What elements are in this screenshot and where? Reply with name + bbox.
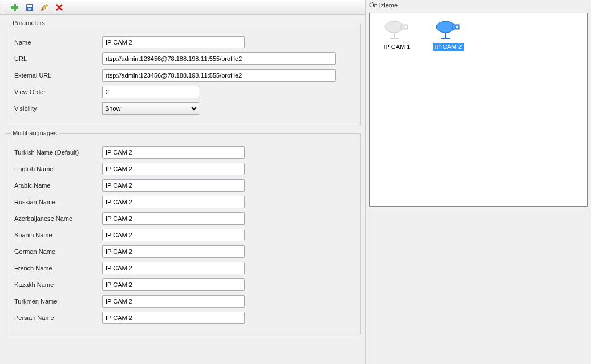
svg-point-14 bbox=[436, 21, 455, 33]
ml-input-8[interactable] bbox=[102, 278, 245, 291]
ml-input-1[interactable] bbox=[102, 163, 245, 175]
preview-item-label: IP CAM 2 bbox=[433, 43, 464, 51]
toolbar bbox=[0, 0, 365, 15]
svg-point-16 bbox=[455, 25, 459, 29]
ml-input-0[interactable] bbox=[102, 146, 245, 159]
preview-item-1[interactable]: IP CAM 2 bbox=[426, 18, 471, 51]
delete-icon bbox=[55, 3, 64, 12]
add-button[interactable] bbox=[9, 2, 21, 13]
svg-point-11 bbox=[404, 25, 407, 29]
multilanguages-fieldset: MultiLanguages Turkish Name (Default)Eng… bbox=[5, 130, 361, 335]
ml-label-7: French Name bbox=[11, 265, 102, 272]
ml-input-3[interactable] bbox=[102, 196, 245, 208]
svg-point-9 bbox=[385, 21, 403, 33]
ml-input-2[interactable] bbox=[102, 179, 245, 192]
ml-label-6: German Name bbox=[11, 248, 102, 255]
camera-icon bbox=[383, 18, 411, 41]
name-label: Name bbox=[11, 39, 102, 46]
ml-label-9: Turkmen Name bbox=[11, 298, 102, 305]
ml-label-8: Kazakh Name bbox=[11, 281, 102, 288]
svg-rect-1 bbox=[11, 6, 18, 9]
preview-item-label: IP CAM 1 bbox=[384, 43, 411, 51]
url-input[interactable] bbox=[102, 52, 336, 65]
ml-label-2: Arabic Name bbox=[11, 182, 102, 189]
name-input[interactable] bbox=[102, 36, 245, 48]
ml-input-9[interactable] bbox=[102, 295, 245, 308]
visibility-label: Visibility bbox=[11, 105, 102, 112]
ml-input-7[interactable] bbox=[102, 262, 245, 274]
preview-item-0[interactable]: IP CAM 1 bbox=[374, 18, 420, 51]
url-label: URL bbox=[11, 55, 102, 62]
save-icon bbox=[25, 3, 34, 12]
preview-body: IP CAM 1IP CAM 2 bbox=[369, 13, 588, 207]
parameters-legend: Parameters bbox=[11, 19, 47, 26]
ml-label-4: Azerbaijanese Name bbox=[11, 215, 102, 222]
ml-input-10[interactable] bbox=[102, 312, 245, 324]
ml-label-0: Turkish Name (Default) bbox=[11, 149, 102, 156]
ml-input-5[interactable] bbox=[102, 229, 245, 241]
visibility-select[interactable]: Show bbox=[102, 102, 199, 115]
external-url-input[interactable] bbox=[102, 69, 336, 82]
ml-label-10: Persian Name bbox=[11, 314, 102, 321]
left-panel: Parameters Name URL External URL View Or… bbox=[0, 0, 365, 364]
svg-rect-4 bbox=[28, 8, 31, 10]
preview-title: Ön İzleme bbox=[366, 0, 591, 11]
svg-rect-3 bbox=[27, 5, 32, 7]
external-url-label: External URL bbox=[11, 72, 102, 79]
camera-icon bbox=[434, 18, 463, 41]
toolbar-grip bbox=[2, 2, 5, 13]
view-order-label: View Order bbox=[11, 88, 102, 95]
multilanguages-legend: MultiLanguages bbox=[11, 130, 59, 136]
form-area: Parameters Name URL External URL View Or… bbox=[0, 15, 365, 364]
delete-button[interactable] bbox=[54, 2, 65, 13]
ml-input-4[interactable] bbox=[102, 212, 245, 225]
edit-icon bbox=[40, 3, 49, 12]
ml-input-6[interactable] bbox=[102, 245, 245, 258]
parameters-fieldset: Parameters Name URL External URL View Or… bbox=[5, 19, 361, 126]
view-order-input[interactable] bbox=[102, 86, 199, 98]
ml-label-1: English Name bbox=[11, 165, 102, 172]
preview-panel: Ön İzleme IP CAM 1IP CAM 2 bbox=[365, 0, 591, 364]
ml-label-3: Russian Name bbox=[11, 199, 102, 205]
ml-label-5: Spanih Name bbox=[11, 232, 102, 238]
edit-button[interactable] bbox=[39, 2, 50, 13]
add-icon bbox=[10, 3, 19, 12]
save-button[interactable] bbox=[24, 2, 35, 13]
